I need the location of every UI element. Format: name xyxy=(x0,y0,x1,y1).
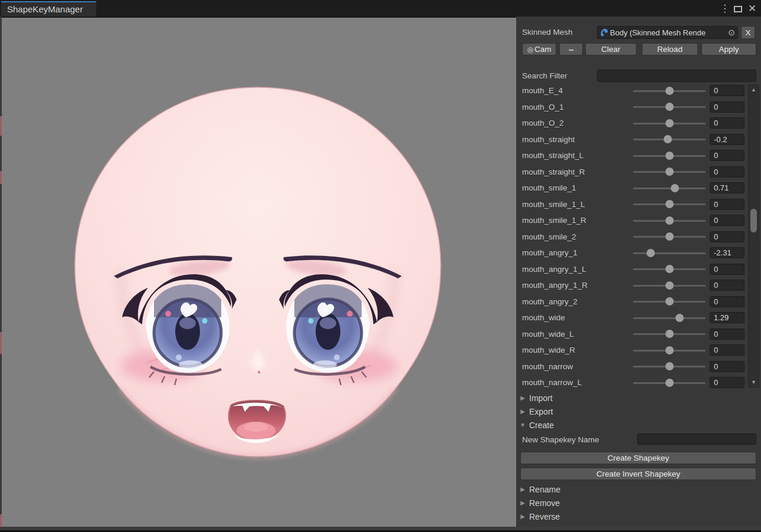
object-picker-icon[interactable]: ⊙ xyxy=(728,28,735,37)
shapekey-value-field[interactable]: 0 xyxy=(710,264,744,275)
shapekey-value-field[interactable]: -0.2 xyxy=(710,134,744,145)
shapekey-slider[interactable] xyxy=(633,232,706,241)
slider-thumb[interactable] xyxy=(665,265,674,273)
shapekey-slider[interactable] xyxy=(633,346,706,355)
shapekey-value-field[interactable]: 0 xyxy=(710,199,744,210)
maximize-icon[interactable] xyxy=(734,6,742,12)
slider-thumb[interactable] xyxy=(675,314,684,322)
slider-thumb[interactable] xyxy=(665,119,674,127)
shapekey-value-field[interactable]: 0 xyxy=(710,215,744,226)
shapekey-value-field[interactable]: 0 xyxy=(710,101,744,113)
shapekey-value-field[interactable]: 0 xyxy=(710,231,744,242)
shapekey-slider[interactable] xyxy=(633,151,706,160)
shapekey-slider[interactable] xyxy=(633,167,706,176)
slider-thumb[interactable] xyxy=(665,168,674,176)
slider-thumb[interactable] xyxy=(671,184,679,192)
skinned-mesh-label: Skinned Mesh xyxy=(522,28,573,37)
shapekey-slider[interactable] xyxy=(633,102,706,111)
shapekey-value-field[interactable]: 0 xyxy=(710,166,744,178)
slider-thumb[interactable] xyxy=(665,103,674,111)
shapekey-name-label: mouth_angry_1 xyxy=(522,248,578,257)
scroll-up-icon[interactable]: ▲ xyxy=(749,87,759,93)
shapekeymanager-window: ShapeKeyManager ⋮ ✕ xyxy=(0,0,761,532)
shapekey-name-label: mouth_smile_1_R xyxy=(522,216,586,225)
foldout-reverse[interactable]: ▶Reverse xyxy=(520,510,560,523)
preview-viewport[interactable] xyxy=(2,18,516,527)
foldout-rename[interactable]: ▶Rename xyxy=(520,482,560,496)
slider-thumb[interactable] xyxy=(665,87,674,95)
inspector-panel: Skinned Mesh Body (Skinned Mesh Rende ⊙ … xyxy=(516,17,761,527)
slider-thumb[interactable] xyxy=(665,330,674,338)
shapekey-slider[interactable] xyxy=(633,199,706,209)
foldout-arrow-icon: ▶ xyxy=(520,395,526,401)
foldout-export[interactable]: ▶Export xyxy=(520,405,553,418)
foldout-create[interactable]: ▼Create xyxy=(520,418,554,432)
shapekey-value-field[interactable]: 0 xyxy=(710,150,744,161)
shapekey-slider[interactable] xyxy=(633,362,706,371)
window-bottom-edge xyxy=(0,527,761,532)
shapekey-slider[interactable] xyxy=(633,216,706,225)
slider-thumb[interactable] xyxy=(665,232,674,241)
shapekey-slider[interactable] xyxy=(633,134,706,144)
shapekey-value-field[interactable]: 0 xyxy=(710,280,744,291)
shapekey-slider[interactable] xyxy=(633,248,706,258)
slider-thumb[interactable] xyxy=(665,216,674,225)
foldout-label: Export xyxy=(529,407,553,416)
shapekey-name-label: mouth_O_2 xyxy=(522,119,564,127)
shapekey-value-field[interactable]: 0 xyxy=(710,117,744,129)
scroll-down-icon[interactable]: ▼ xyxy=(749,379,759,385)
window-menu-icon[interactable]: ⋮ xyxy=(720,2,729,15)
swap-button[interactable]: ⇔ xyxy=(559,43,583,55)
shapekey-slider[interactable] xyxy=(633,297,706,306)
slider-track xyxy=(633,252,706,254)
shapekey-slider[interactable] xyxy=(633,329,706,339)
shapekey-value-field[interactable]: 0.71 xyxy=(710,182,744,193)
shapekey-slider[interactable] xyxy=(633,119,706,128)
reload-button[interactable]: Reload xyxy=(642,43,698,55)
slider-thumb[interactable] xyxy=(665,346,674,354)
slider-thumb[interactable] xyxy=(665,297,674,306)
shapekey-slider[interactable] xyxy=(633,183,706,193)
shapekey-list-scrollbar[interactable]: ▲ ▼ xyxy=(748,84,759,387)
create-invert-shapekey-button[interactable]: Create Invert Shapekey xyxy=(520,468,756,480)
shapekey-slider[interactable] xyxy=(633,378,706,387)
slider-thumb[interactable] xyxy=(664,135,672,143)
shapekey-slider[interactable] xyxy=(633,264,706,274)
new-shapekey-name-input[interactable] xyxy=(637,434,756,445)
shapekey-value-field[interactable]: 0 xyxy=(710,329,744,340)
shapekey-slider[interactable] xyxy=(633,86,706,96)
clear-button[interactable]: Clear xyxy=(585,43,637,55)
foldout-arrow-icon: ▼ xyxy=(520,422,526,428)
cam-button[interactable]: ◎ Cam xyxy=(522,43,556,55)
foldout-arrow-icon: ▶ xyxy=(520,500,526,506)
shapekey-value-field[interactable]: 0 xyxy=(710,344,744,356)
foldout-import[interactable]: ▶Import xyxy=(520,391,553,405)
shapekey-slider[interactable] xyxy=(633,313,706,323)
scrollbar-thumb[interactable] xyxy=(750,209,757,232)
shapekey-row: mouth_narrow0 xyxy=(516,359,746,375)
create-shapekey-button[interactable]: Create Shapekey xyxy=(520,452,756,464)
shapekey-slider[interactable] xyxy=(633,281,706,290)
shapekey-value-field[interactable]: 0 xyxy=(710,377,744,388)
slider-thumb[interactable] xyxy=(665,152,674,160)
shapekey-value-field[interactable]: 0 xyxy=(710,296,744,307)
shapekey-value-field[interactable]: -2.31 xyxy=(710,247,744,258)
tab-shapekeymanager[interactable]: ShapeKeyManager xyxy=(1,1,96,17)
shapekey-value-field[interactable]: 1.29 xyxy=(710,312,744,323)
shapekey-value-field[interactable]: 0 xyxy=(710,361,744,372)
foldout-remove[interactable]: ▶Remove xyxy=(520,496,560,510)
shapekey-value-field[interactable]: 0 xyxy=(710,85,744,96)
shapekey-row: mouth_smile_20 xyxy=(516,229,746,245)
slider-thumb[interactable] xyxy=(665,379,674,387)
shapekey-row: mouth_straight_R0 xyxy=(516,164,746,180)
apply-button[interactable]: Apply xyxy=(701,43,756,55)
slider-thumb[interactable] xyxy=(665,200,674,208)
close-icon[interactable]: ✕ xyxy=(747,2,757,15)
cam-gizmo-icon: ◎ xyxy=(527,45,533,54)
slider-thumb[interactable] xyxy=(647,249,655,257)
skinned-mesh-object-field[interactable]: Body (Skinned Mesh Rende ⊙ xyxy=(597,26,738,39)
clear-mesh-x-button[interactable]: X xyxy=(741,26,755,39)
search-filter-input[interactable] xyxy=(597,70,756,82)
slider-thumb[interactable] xyxy=(665,281,674,290)
slider-thumb[interactable] xyxy=(665,362,674,370)
